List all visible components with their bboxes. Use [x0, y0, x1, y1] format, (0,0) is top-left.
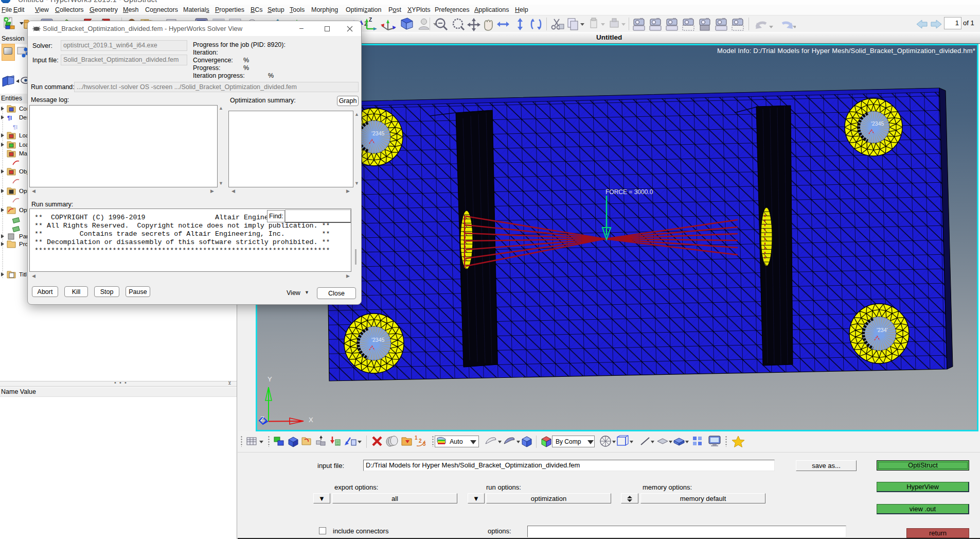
- svg-text:2: 2: [419, 438, 422, 444]
- svg-text:′2345: ′2345: [371, 337, 384, 343]
- svg-text:′2345: ′2345: [371, 130, 384, 136]
- svg-text:Y: Y: [268, 375, 272, 383]
- svg-text:FORCE = 3000.0: FORCE = 3000.0: [605, 188, 653, 196]
- svg-text:Titl: Titl: [19, 271, 27, 277]
- svg-text:1: 1: [415, 435, 418, 441]
- svg-text:Z: Z: [260, 415, 264, 423]
- svg-text:′234′: ′234′: [877, 327, 887, 333]
- svg-text:X: X: [309, 416, 313, 424]
- svg-text:Model Info: D:/Trial Models fo: Model Info: D:/Trial Models for Hyper Me…: [717, 47, 975, 55]
- svg-text:Z: Z: [369, 17, 372, 23]
- svg-text:¶I: ¶I: [13, 124, 17, 130]
- svg-text:¶I: ¶I: [7, 115, 12, 121]
- svg-text:′2345: ′2345: [871, 120, 884, 127]
